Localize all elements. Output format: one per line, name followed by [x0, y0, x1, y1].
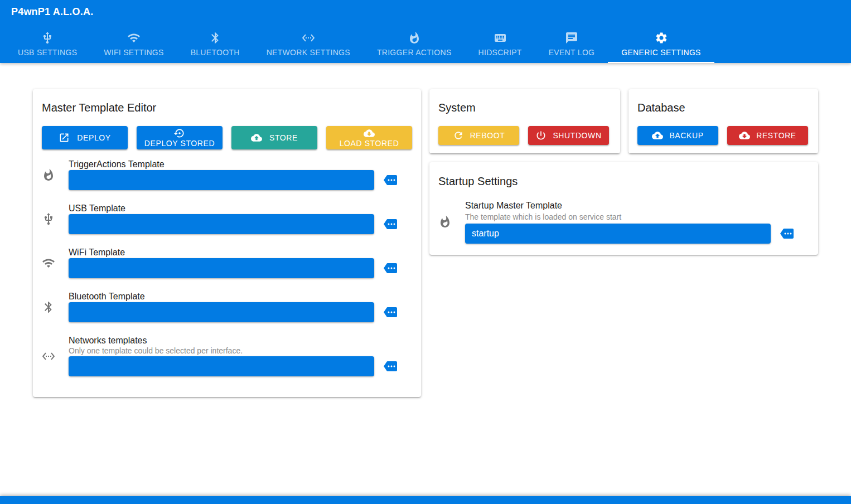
select-value: startup [472, 229, 499, 239]
more-icon [383, 360, 398, 373]
chat-icon [565, 31, 578, 45]
keyboard-icon [494, 31, 507, 45]
cloud-upload-icon [251, 132, 262, 143]
button-label: BACKUP [669, 131, 703, 140]
tab-hidscript[interactable]: HIDSCRIPT [465, 23, 535, 63]
shutdown-button[interactable]: SHUTDOWN [528, 126, 609, 145]
usb-template-more-button[interactable] [383, 217, 398, 231]
cloud-download-icon [364, 128, 375, 139]
wifi-template-row: WiFi Template [42, 248, 412, 278]
tab-label: WIFI SETTINGS [104, 48, 163, 57]
button-label: LOAD STORED [340, 139, 399, 148]
card-title: Startup Settings [438, 175, 809, 187]
more-icon [383, 217, 398, 231]
tab-usb-settings[interactable]: USB SETTINGS [4, 23, 90, 63]
store-button[interactable]: STORE [231, 126, 317, 149]
master-template-actions: DEPLOY DEPLOY STORED STORE LOAD STORED [42, 126, 412, 149]
tab-label: GENERIC SETTINGS [621, 48, 700, 57]
bluetooth-icon [42, 292, 69, 322]
deploy-stored-button[interactable]: DEPLOY STORED [137, 126, 223, 149]
usb-template-select[interactable] [69, 214, 374, 234]
toolbar: P4wnP1 A.L.O.A. [0, 0, 851, 23]
card-title: System [438, 101, 611, 114]
startup-settings-card: Startup Settings Startup Master Template… [429, 162, 818, 255]
backup-button[interactable]: BACKUP [637, 126, 718, 145]
bluetooth-template-row: Bluetooth Template [42, 292, 412, 322]
power-icon [535, 130, 547, 141]
more-icon [383, 306, 398, 319]
button-label: RESTORE [756, 131, 796, 140]
load-stored-button[interactable]: LOAD STORED [326, 126, 412, 149]
button-label: STORE [269, 133, 298, 142]
tab-label: HIDSCRIPT [478, 48, 522, 57]
tab-label: TRIGGER ACTIONS [377, 48, 452, 57]
bluetooth-template-select[interactable] [69, 302, 374, 322]
flame-icon [438, 200, 465, 244]
wifi-template-select[interactable] [69, 258, 374, 278]
more-icon [780, 227, 794, 240]
field-label: Startup Master Template [465, 200, 794, 211]
triggeractions-template-more-button[interactable] [383, 173, 398, 187]
bluetooth-icon [209, 31, 222, 45]
button-label: DEPLOY [77, 133, 110, 142]
restore-button[interactable]: RESTORE [727, 126, 808, 145]
gear-icon [655, 31, 668, 45]
more-icon [383, 261, 398, 275]
database-card: Database BACKUP RESTORE [628, 89, 818, 153]
tab-wifi-settings[interactable]: WIFI SETTINGS [90, 23, 177, 63]
startup-master-template-more-button[interactable] [780, 227, 794, 240]
app-header: P4wnP1 A.L.O.A. USB SETTINGS WIFI SETTIN… [0, 0, 851, 63]
startup-master-template-select[interactable]: startup [465, 224, 771, 244]
app-title: P4wnP1 A.L.O.A. [11, 6, 93, 18]
master-template-editor-card: Master Template Editor DEPLOY DEPLOY STO… [33, 89, 421, 397]
refresh-icon [453, 130, 464, 141]
startup-master-template-row: Startup Master Template The template whi… [438, 200, 809, 244]
triggeractions-template-row: TriggerActions Template [42, 160, 412, 190]
wifi-icon [42, 248, 69, 278]
tab-label: USB SETTINGS [18, 48, 77, 57]
bluetooth-template-more-button[interactable] [383, 306, 398, 319]
ethernet-icon [302, 31, 315, 45]
field-label: WiFi Template [69, 248, 398, 257]
nav-tabs: USB SETTINGS WIFI SETTINGS BLUETOOTH NET… [4, 23, 851, 63]
networks-templates-row: Networks templates Only one template cou… [42, 336, 412, 376]
tab-bluetooth[interactable]: BLUETOOTH [177, 23, 253, 63]
tab-label: BLUETOOTH [191, 48, 240, 57]
networks-templates-select[interactable] [69, 356, 374, 376]
networks-templates-more-button[interactable] [383, 360, 398, 373]
tab-generic-settings[interactable]: GENERIC SETTINGS [608, 23, 714, 63]
more-icon [383, 173, 398, 187]
tab-label: EVENT LOG [549, 48, 595, 57]
button-label: SHUTDOWN [553, 131, 601, 140]
usb-template-row: USB Template [42, 204, 412, 234]
app-footer [0, 496, 851, 504]
field-label: USB Template [69, 204, 398, 213]
cloud-upload-icon [652, 130, 663, 141]
card-title: Master Template Editor [42, 101, 412, 114]
field-sublabel: The template which is loaded on service … [465, 212, 794, 222]
ethernet-icon [42, 336, 69, 376]
wifi-template-more-button[interactable] [383, 261, 398, 275]
restore-icon [174, 128, 185, 139]
button-label: REBOOT [470, 131, 505, 140]
flame-icon [408, 31, 421, 45]
cloud-download-icon [739, 130, 750, 141]
triggeractions-template-select[interactable] [69, 170, 374, 190]
tab-trigger-actions[interactable]: TRIGGER ACTIONS [364, 23, 465, 63]
system-card: System REBOOT SHUTDOWN [429, 89, 620, 153]
tab-network-settings[interactable]: NETWORK SETTINGS [253, 23, 364, 63]
button-label: DEPLOY STORED [144, 139, 215, 148]
template-fields: TriggerActions Template USB Template [42, 160, 412, 376]
field-label: TriggerActions Template [69, 160, 398, 169]
deploy-button[interactable]: DEPLOY [42, 126, 128, 149]
database-actions: BACKUP RESTORE [637, 126, 809, 145]
flame-icon [42, 160, 69, 190]
tab-label: NETWORK SETTINGS [267, 48, 350, 57]
usb-icon [41, 31, 54, 45]
card-title: Database [637, 101, 809, 114]
tab-event-log[interactable]: EVENT LOG [535, 23, 608, 63]
system-actions: REBOOT SHUTDOWN [438, 126, 611, 145]
field-label: Bluetooth Template [69, 292, 398, 301]
reboot-button[interactable]: REBOOT [438, 126, 519, 145]
field-label: Networks templates [69, 336, 398, 345]
